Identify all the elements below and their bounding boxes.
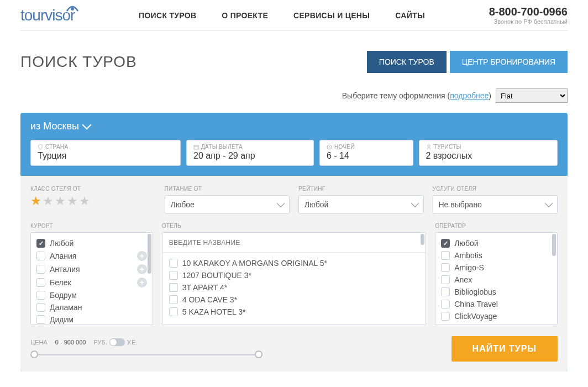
toggle-track[interactable] [109, 338, 125, 346]
title-tabs: ПОИСК ТУРОВ ЦЕНТР БРОНИРОВАНИЯ [367, 51, 568, 73]
checkbox[interactable] [36, 278, 45, 287]
services-select[interactable]: Не выбрано [433, 195, 558, 214]
tab-search-tours[interactable]: ПОИСК ТУРОВ [367, 51, 447, 73]
list-item-label: China Travel [454, 300, 498, 308]
scrollbar[interactable] [420, 234, 424, 323]
star-rating[interactable]: ★ ★ ★ ★ ★ [30, 195, 156, 207]
param-nights-value: 6 - 14 [327, 151, 406, 161]
svg-point-0 [71, 7, 74, 11]
list-item[interactable]: Алания+ [36, 249, 147, 263]
checkbox[interactable] [36, 252, 45, 260]
currency-toggle[interactable]: РУБ. У.Е. [93, 338, 137, 346]
list-item[interactable]: China Travel [441, 298, 552, 310]
theme-more-link[interactable]: подробнее [450, 91, 489, 100]
logo[interactable]: tourvisor [20, 7, 75, 24]
checkbox[interactable] [441, 263, 450, 272]
from-city-selector[interactable]: из Москвы [20, 113, 568, 140]
resort-label: КУРОРТ [30, 223, 153, 229]
list-item[interactable]: ClickVoyage [441, 310, 552, 322]
param-tourists[interactable]: ТУРИСТЫ 2 взрослых [419, 140, 558, 166]
checkbox[interactable] [169, 259, 178, 268]
params-row: СТРАНА Турция ДАТЫ ВЫЛЕТА 20 апр - 29 ап… [20, 140, 568, 176]
theme-select[interactable]: Flat [496, 88, 568, 103]
expand-icon[interactable]: + [137, 251, 147, 261]
list-item[interactable]: Анталия+ [36, 263, 147, 276]
list-item[interactable]: 1207 BOUTIQUE 3* [169, 269, 419, 281]
list-item-label: Любой [50, 239, 74, 248]
list-item[interactable]: Даламан [36, 301, 147, 313]
list-item[interactable]: 4 ODA CAVE 3* [169, 294, 419, 306]
list-item[interactable]: Любой [36, 237, 147, 249]
nav-sites[interactable]: САЙТЫ [395, 11, 425, 20]
rating-select[interactable]: Любой [298, 195, 424, 214]
from-city-label: из Москвы [30, 121, 79, 132]
expand-icon[interactable]: + [137, 264, 147, 274]
filter-hotel: ОТЕЛЬ 10 KARAKOY A MORGANS ORIGINAL 5*12… [162, 223, 427, 325]
star-5[interactable]: ★ [79, 195, 90, 207]
checkbox[interactable] [36, 239, 45, 248]
checkbox[interactable] [441, 312, 450, 321]
param-country[interactable]: СТРАНА Турция [30, 140, 181, 166]
star-1[interactable]: ★ [30, 195, 41, 207]
list-item[interactable]: 10 KARAKOY A MORGANS ORIGINAL 5* [169, 257, 419, 269]
expand-icon[interactable]: + [137, 278, 147, 287]
list-item[interactable]: 3T APART 4* [169, 281, 419, 294]
checkbox[interactable] [169, 295, 178, 304]
scrollbar[interactable] [147, 234, 151, 323]
hotel-label: ОТЕЛЬ [162, 223, 427, 229]
list-item[interactable]: Amigo-S [441, 262, 552, 274]
checkbox[interactable] [441, 287, 450, 296]
list-item[interactable]: Любой [441, 237, 552, 249]
list-item[interactable]: Бодрум [36, 289, 147, 301]
svg-point-4 [428, 145, 430, 147]
clock-icon [327, 144, 332, 150]
list-item[interactable]: Anex [441, 274, 552, 286]
list-item[interactable]: 5 KAZA HOTEL 3* [169, 306, 419, 318]
hotel-search-input[interactable] [162, 233, 426, 253]
checkbox[interactable] [441, 239, 450, 248]
price-label: ЦЕНА [30, 339, 48, 346]
nav-services[interactable]: СЕРВИСЫ И ЦЕНЫ [293, 11, 370, 20]
checkbox[interactable] [441, 275, 450, 284]
list-item-label: ClickVoyage [454, 312, 497, 321]
checkbox[interactable] [169, 283, 178, 292]
operator-label: ОПЕРАТОР [435, 223, 558, 229]
list-item[interactable]: Ambotis [441, 249, 552, 262]
list-item-label: 4 ODA CAVE 3* [182, 295, 237, 304]
list-item-label: Ambotis [454, 251, 482, 260]
price-filter: ЦЕНА 0 - 900 000 РУБ. У.Е. [30, 338, 262, 359]
filter-meal: ПИТАНИЕ ОТ Любое [165, 186, 290, 214]
star-2[interactable]: ★ [43, 195, 54, 207]
checkbox[interactable] [441, 300, 450, 308]
list-item-label: 3T APART 4* [182, 283, 227, 292]
slider-handle-min[interactable] [30, 351, 38, 358]
currency-ue: У.Е. [127, 339, 138, 346]
nav-about[interactable]: О ПРОЕКТЕ [222, 11, 268, 20]
calendar-icon [193, 144, 199, 150]
checkbox[interactable] [169, 307, 178, 316]
nav-search-tours[interactable]: ПОИСК ТУРОВ [139, 11, 196, 20]
find-tours-button[interactable]: НАЙТИ ТУРЫ [452, 336, 558, 362]
slider-handle-max[interactable] [255, 351, 262, 358]
list-item[interactable]: Белек+ [36, 276, 147, 289]
person-icon [426, 144, 432, 150]
price-slider[interactable] [30, 351, 262, 359]
checkbox[interactable] [441, 251, 450, 260]
param-dates[interactable]: ДАТЫ ВЫЛЕТА 20 апр - 29 апр [186, 140, 314, 166]
param-nights[interactable]: НОЧЕЙ 6 - 14 [319, 140, 413, 166]
main-nav: ПОИСК ТУРОВ О ПРОЕКТЕ СЕРВИСЫ И ЦЕНЫ САЙ… [139, 11, 425, 20]
list-item-label: 1207 BOUTIQUE 3* [182, 271, 251, 280]
checkbox[interactable] [36, 291, 45, 300]
scrollbar[interactable] [552, 234, 556, 323]
star-3[interactable]: ★ [55, 195, 66, 207]
checkbox[interactable] [169, 271, 178, 280]
star-4[interactable]: ★ [67, 195, 78, 207]
list-item[interactable]: Biblioglobus [441, 286, 552, 298]
tab-booking-center[interactable]: ЦЕНТР БРОНИРОВАНИЯ [450, 51, 568, 73]
checkbox[interactable] [36, 265, 45, 274]
meal-select[interactable]: Любое [165, 195, 290, 214]
checkbox[interactable] [36, 315, 45, 324]
list-item[interactable]: Дидим [36, 313, 147, 325]
checkbox[interactable] [36, 303, 45, 312]
list-item-label: Анталия [50, 265, 80, 274]
